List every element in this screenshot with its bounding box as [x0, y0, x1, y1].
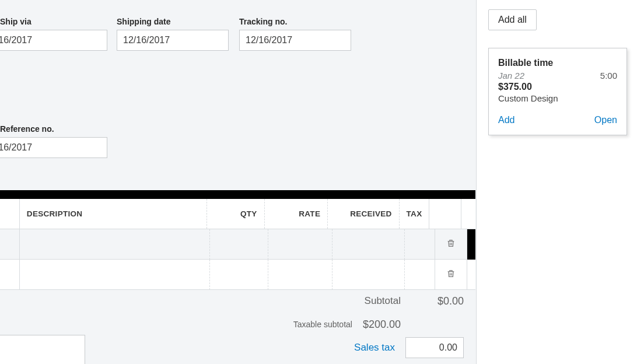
subtotal-value: $0.00 — [411, 295, 464, 307]
table-row[interactable] — [0, 229, 475, 260]
card-amount: $375.00 — [498, 82, 617, 92]
ship-via-input[interactable] — [0, 30, 107, 51]
line-items-table: DESCRIPTION QTY RATE RECEIVED TAX — [0, 190, 475, 290]
taxable-subtotal-value: $200.00 — [363, 318, 401, 331]
reference-no-label: Reference no. — [0, 124, 113, 134]
add-all-button[interactable]: Add all — [488, 9, 537, 30]
shipping-date-label: Shipping date — [117, 17, 229, 26]
trash-icon[interactable] — [446, 268, 456, 281]
table-row[interactable] — [0, 260, 475, 290]
card-date: Jan 22 — [498, 71, 524, 80]
card-add-link[interactable]: Add — [498, 115, 514, 125]
col-qty: QTY — [207, 199, 265, 229]
trash-icon[interactable] — [446, 238, 456, 251]
col-description: DESCRIPTION — [20, 199, 207, 229]
tracking-no-input[interactable] — [239, 30, 351, 51]
subtotal-label: Subtotal — [365, 295, 401, 307]
billable-time-card: Billable time Jan 22 5:00 $375.00 Custom… — [488, 48, 627, 135]
card-title: Billable time — [498, 58, 617, 68]
shipping-date-input[interactable] — [117, 30, 229, 51]
card-open-link[interactable]: Open — [594, 115, 617, 125]
sales-tax-input[interactable] — [405, 337, 464, 358]
col-tax: TAX — [400, 199, 430, 229]
card-hours: 5:00 — [600, 71, 617, 80]
taxable-subtotal-label: Taxable subtotal — [293, 320, 352, 329]
col-received: RECEIVED — [328, 199, 399, 229]
col-rate: RATE — [265, 199, 328, 229]
tracking-no-label: Tracking no. — [239, 17, 351, 26]
ship-via-label: Ship via — [0, 17, 113, 26]
sales-tax-link[interactable]: Sales tax — [354, 342, 395, 354]
lower-left-box — [0, 335, 85, 364]
reference-no-input[interactable] — [0, 137, 107, 158]
card-description: Custom Design — [498, 93, 617, 103]
side-panel: Add all Billable time Jan 22 5:00 $375.0… — [476, 0, 644, 364]
